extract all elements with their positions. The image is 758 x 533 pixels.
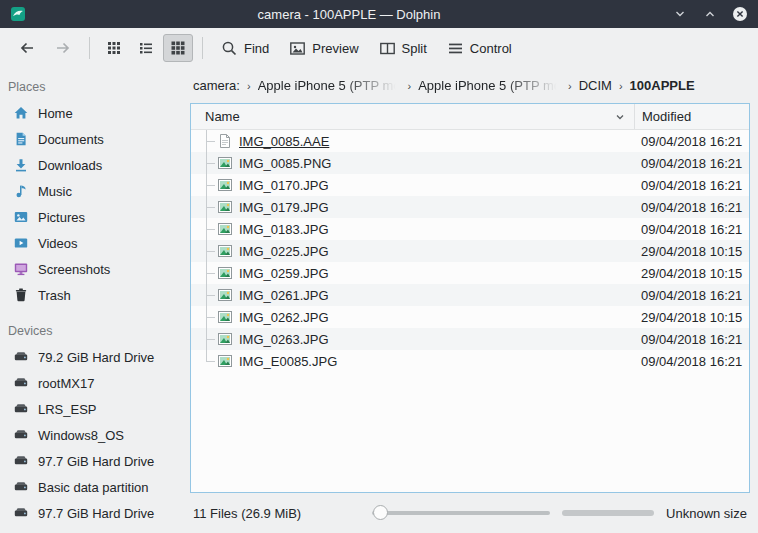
tree-branch [197, 284, 217, 306]
forward-button[interactable] [46, 33, 80, 63]
sidebar-item-label: Basic data partition [38, 480, 149, 495]
file-name: IMG_0261.JPG [239, 288, 634, 303]
sidebar-device-item[interactable]: Basic data partition [0, 474, 186, 500]
home-icon [13, 105, 29, 121]
sidebar-item-videos[interactable]: Videos [0, 230, 186, 256]
chevron-right-icon: › [247, 79, 251, 92]
chevron-right-icon: › [619, 79, 623, 92]
sidebar-device-item[interactable]: rootMX17 [0, 370, 186, 396]
table-row[interactable]: IMG_0263.JPG 09/04/2018 16:21 [191, 328, 749, 350]
sidebar-item-trash[interactable]: Trash [0, 282, 186, 308]
image-file-icon [217, 309, 233, 325]
file-name: IMG_0183.JPG [239, 222, 634, 237]
sidebar-item-documents[interactable]: Documents [0, 126, 186, 152]
sort-dropdown-icon[interactable] [614, 111, 626, 123]
table-row[interactable]: IMG_0261.JPG 09/04/2018 16:21 [191, 284, 749, 306]
back-button[interactable] [10, 33, 44, 63]
sidebar-item-label: LRS_ESP [38, 402, 97, 417]
preview-button[interactable]: Preview [280, 34, 367, 63]
hard-drive-icon [13, 505, 29, 521]
hard-drive-icon [13, 427, 29, 443]
table-row[interactable]: IMG_E0085.JPG 09/04/2018 16:21 [191, 350, 749, 372]
sidebar-item-label: Trash [38, 288, 71, 303]
file-name: IMG_0225.JPG [239, 244, 634, 259]
file-modified: 09/04/2018 16:21 [634, 288, 749, 303]
breadcrumb-item-device[interactable]: Apple iPhone 5 (PTP mo [258, 78, 401, 93]
trash-icon [13, 287, 29, 303]
sidebar-item-music[interactable]: Music [0, 178, 186, 204]
sidebar-device-item[interactable]: LRS_ESP [0, 396, 186, 422]
sidebar-device-item[interactable]: Windows8_OS [0, 422, 186, 448]
table-row[interactable]: IMG_0179.JPG 09/04/2018 16:21 [191, 196, 749, 218]
split-button-label: Split [402, 41, 427, 56]
compact-view-button[interactable] [131, 34, 161, 62]
places-section-label: Places [0, 74, 186, 100]
tree-branch [197, 350, 217, 372]
icons-view-button[interactable] [99, 34, 129, 62]
table-row[interactable]: IMG_0259.JPG 29/04/2018 10:15 [191, 262, 749, 284]
empty-list-area[interactable] [191, 372, 749, 492]
dolphin-app-icon [10, 6, 26, 22]
image-file-icon [217, 287, 233, 303]
hard-drive-icon [13, 479, 29, 495]
breadcrumb-item-device[interactable]: Apple iPhone 5 (PTP mo [418, 78, 561, 93]
file-modified: 29/04/2018 10:15 [634, 266, 749, 281]
zoom-slider-track[interactable] [372, 511, 550, 515]
file-name: IMG_0085.AAE [239, 134, 634, 149]
toolbar-separator [202, 37, 203, 59]
document-icon [13, 131, 29, 147]
zoom-slider-handle[interactable] [373, 505, 388, 520]
sidebar-item-screenshots[interactable]: Screenshots [0, 256, 186, 282]
table-row[interactable]: IMG_0170.JPG 09/04/2018 16:21 [191, 174, 749, 196]
find-button[interactable]: Find [212, 34, 278, 63]
free-space-label: Unknown size [666, 506, 747, 521]
column-header-modified[interactable]: Modified [634, 104, 749, 129]
sidebar-item-label: 97.7 GiB Hard Drive [38, 506, 154, 521]
table-row[interactable]: IMG_0183.JPG 09/04/2018 16:21 [191, 218, 749, 240]
sidebar-item-label: Windows8_OS [38, 428, 124, 443]
sidebar-item-pictures[interactable]: Pictures [0, 204, 186, 230]
sidebar-device-item[interactable]: 97.7 GiB Hard Drive [0, 448, 186, 474]
videos-icon [13, 235, 29, 251]
image-file-icon [217, 155, 233, 171]
file-name: IMG_E0085.JPG [239, 354, 634, 369]
sidebar-device-item[interactable]: 79.2 GiB Hard Drive [0, 344, 186, 370]
image-file-icon [217, 265, 233, 281]
list-header: Name Modified [191, 104, 749, 130]
titlebar: camera - 100APPLE — Dolphin [0, 0, 758, 28]
sidebar-item-home[interactable]: Home [0, 100, 186, 126]
sidebar-device-item[interactable]: 97.7 GiB Hard Drive [0, 500, 186, 526]
screenshots-icon [13, 261, 29, 277]
devices-section-label: Devices [0, 318, 186, 344]
image-file-icon [217, 221, 233, 237]
details-view-button[interactable] [163, 34, 193, 62]
close-button[interactable] [732, 6, 748, 22]
tree-branch [197, 262, 217, 284]
breadcrumb-item-dcim[interactable]: DCIM [579, 78, 612, 93]
download-icon [13, 157, 29, 173]
chevron-right-icon: › [407, 79, 411, 92]
control-button[interactable]: Control [438, 34, 521, 63]
tree-branch [197, 152, 217, 174]
table-row[interactable]: IMG_0085.PNG 09/04/2018 16:21 [191, 152, 749, 174]
tree-branch [197, 196, 217, 218]
sidebar-item-downloads[interactable]: Downloads [0, 152, 186, 178]
minimize-button[interactable] [672, 6, 688, 22]
split-button[interactable]: Split [370, 34, 436, 63]
image-file-icon [217, 353, 233, 369]
dolphin-window: camera - 100APPLE — Dolphin [0, 0, 758, 533]
chevron-right-icon: › [568, 79, 572, 92]
sidebar-item-label: Videos [38, 236, 78, 251]
column-header-name[interactable]: Name [191, 104, 634, 129]
table-row[interactable]: IMG_0262.JPG 29/04/2018 10:15 [191, 306, 749, 328]
zoom-slider[interactable] [372, 505, 550, 521]
sidebar-item-label: Documents [38, 132, 104, 147]
breadcrumb-item-current[interactable]: 100APPLE [630, 78, 695, 93]
table-row[interactable]: IMG_0225.JPG 29/04/2018 10:15 [191, 240, 749, 262]
table-row[interactable]: IMG_0085.AAE 09/04/2018 16:21 [191, 130, 749, 152]
breadcrumb-item-camera[interactable]: camera: [193, 78, 240, 93]
file-modified: 09/04/2018 16:21 [634, 134, 749, 149]
places-panel: Places Home Documents Downloads Music Pi… [0, 68, 186, 533]
main-area: Places Home Documents Downloads Music Pi… [0, 68, 758, 533]
maximize-button[interactable] [702, 6, 718, 22]
